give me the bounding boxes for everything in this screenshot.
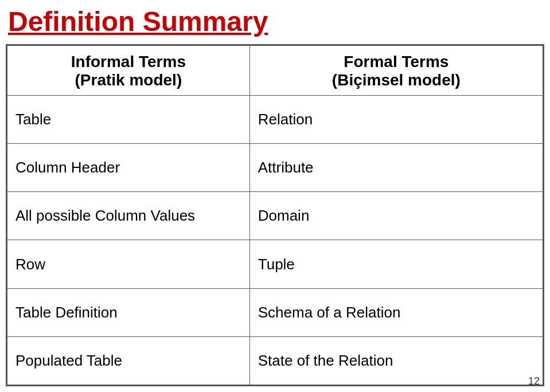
table-row: Table DefinitionSchema of a Relation [7,288,543,336]
cell-informal-1: Column Header [7,144,250,192]
cell-informal-0: Table [7,96,250,144]
page-container: Definition Summary Informal Terms (Prati… [0,0,550,392]
cell-informal-2: All possible Column Values [7,192,250,240]
cell-informal-3: Row [7,240,250,288]
cell-formal-4: Schema of a Relation [249,288,543,336]
table-row: TableRelation [7,96,543,144]
definition-table-wrapper: Informal Terms (Pratik model) Formal Ter… [6,44,544,386]
table-row: RowTuple [7,240,543,288]
header-formal: Formal Terms (Biçimsel model) [249,46,543,96]
cell-formal-2: Domain [249,192,543,240]
table-row: Populated TableState of the Relation [7,336,543,385]
table-row: Column HeaderAttribute [7,144,543,192]
cell-informal-5: Populated Table [7,336,250,385]
cell-formal-0: Relation [249,96,543,144]
header-informal: Informal Terms (Pratik model) [7,46,250,96]
cell-formal-3: Tuple [249,240,543,288]
page-number: 12 [528,375,540,387]
definition-table: Informal Terms (Pratik model) Formal Ter… [7,45,543,385]
table-row: All possible Column ValuesDomain [7,192,543,240]
cell-formal-5: State of the Relation [249,336,543,385]
cell-formal-1: Attribute [249,144,543,192]
cell-informal-4: Table Definition [7,288,250,336]
page-title: Definition Summary [6,6,544,37]
